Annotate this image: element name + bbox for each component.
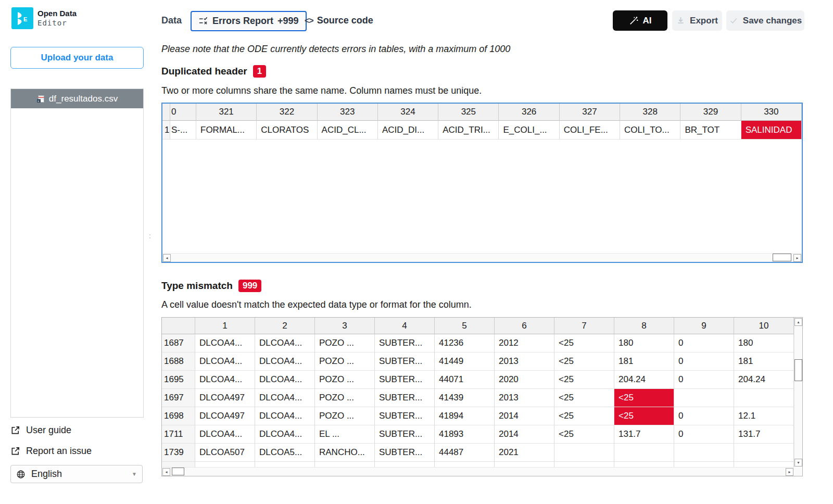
- grid-cell[interactable]: 41893: [435, 425, 495, 444]
- column-header[interactable]: 5: [435, 318, 495, 334]
- grid-cell[interactable]: DLCOA4...: [255, 352, 315, 371]
- grid-cell[interactable]: 41236: [435, 334, 495, 352]
- horizontal-scrollbar[interactable]: [162, 467, 794, 476]
- grid-cell[interactable]: [674, 444, 734, 462]
- horizontal-scrollbar[interactable]: [162, 253, 802, 262]
- save-changes-button[interactable]: Save changes: [726, 10, 804, 31]
- grid-cell[interactable]: DLCOA4...: [195, 352, 255, 371]
- upload-data-button[interactable]: Upload your data: [10, 47, 144, 69]
- row-number[interactable]: 1698: [162, 407, 195, 425]
- grid-cell[interactable]: <25: [554, 371, 614, 389]
- grid-cell[interactable]: COLI_TO...: [620, 121, 680, 140]
- grid-cell[interactable]: [734, 444, 794, 462]
- column-header[interactable]: 324: [378, 104, 438, 121]
- grid-cell[interactable]: DLCOA4...: [255, 371, 315, 389]
- error-cell[interactable]: <25: [614, 389, 674, 407]
- grid-cell[interactable]: 12.1: [734, 407, 794, 425]
- column-header[interactable]: 327: [560, 104, 620, 121]
- column-header[interactable]: 329: [680, 104, 741, 121]
- grid-cell[interactable]: CLORATOS: [257, 121, 317, 140]
- grid-cell[interactable]: 204.24: [734, 371, 794, 389]
- grid-cell[interactable]: 44487: [435, 444, 495, 462]
- grid-cell[interactable]: POZO ...: [315, 371, 375, 389]
- row-number[interactable]: 1711: [162, 425, 195, 444]
- row-number[interactable]: 1739: [162, 444, 195, 462]
- grid-cell[interactable]: 41894: [435, 407, 495, 425]
- grid-cell[interactable]: 131.7: [734, 425, 794, 444]
- grid-cell[interactable]: SUBTER...: [375, 371, 435, 389]
- column-header[interactable]: 4: [375, 318, 435, 334]
- grid-cell[interactable]: DLCOA4...: [255, 389, 315, 407]
- column-header[interactable]: 326: [499, 104, 559, 121]
- grid-cell[interactable]: [734, 389, 794, 407]
- file-item-selected[interactable]: x df_resultados.csv: [11, 89, 143, 108]
- column-header[interactable]: 0: [170, 104, 196, 121]
- grid-cell[interactable]: 2012: [495, 334, 554, 352]
- grid-cell[interactable]: <25: [554, 352, 614, 371]
- column-header[interactable]: 321: [196, 104, 257, 121]
- column-header[interactable]: 1: [195, 318, 255, 334]
- export-button[interactable]: Export: [672, 10, 722, 31]
- grid-cell[interactable]: 2013: [495, 389, 554, 407]
- grid-cell[interactable]: 0: [674, 352, 734, 371]
- grid-cell[interactable]: POZO ...: [315, 389, 375, 407]
- grid-cell[interactable]: [614, 444, 674, 462]
- grid-cell[interactable]: ACID_DI...: [378, 121, 438, 140]
- grid-cell[interactable]: POZO ...: [315, 352, 375, 371]
- grid-cell[interactable]: FORMAL...: [196, 121, 257, 140]
- grid-cell[interactable]: BR_TOT: [680, 121, 741, 140]
- grid-cell[interactable]: 0: [674, 334, 734, 352]
- grid-cell[interactable]: 0: [674, 371, 734, 389]
- error-cell[interactable]: SALINIDAD: [741, 121, 802, 140]
- grid-cell[interactable]: 41439: [435, 389, 495, 407]
- column-header[interactable]: 330: [741, 104, 802, 121]
- grid-cell[interactable]: <25: [554, 334, 614, 352]
- row-number[interactable]: 1687: [162, 334, 195, 352]
- grid-cell[interactable]: DLCOA4...: [255, 425, 315, 444]
- scrollbar-thumb[interactable]: [794, 359, 802, 381]
- column-header[interactable]: 8: [614, 318, 674, 334]
- scroll-left-arrow[interactable]: [163, 254, 171, 262]
- grid-cell[interactable]: RANCHO...: [315, 444, 375, 462]
- grid-cell[interactable]: POZO ...: [315, 407, 375, 425]
- grid-cell[interactable]: SUBTER...: [375, 334, 435, 352]
- grid-cell[interactable]: DLCOA4...: [195, 425, 255, 444]
- scrollbar-thumb[interactable]: [773, 254, 791, 261]
- grid-cell[interactable]: 2020: [495, 371, 554, 389]
- language-select[interactable]: English ▼: [10, 465, 143, 483]
- scroll-right-arrow[interactable]: [786, 468, 793, 476]
- grid-cell[interactable]: <25: [554, 389, 614, 407]
- grid-cell[interactable]: 181: [614, 352, 674, 371]
- column-header[interactable]: 323: [318, 104, 378, 121]
- grid-cell[interactable]: DLCOA497: [195, 389, 255, 407]
- column-header[interactable]: 3: [315, 318, 375, 334]
- row-number[interactable]: 1695: [162, 371, 195, 389]
- user-guide-link[interactable]: User guide: [10, 425, 71, 436]
- report-issue-link[interactable]: Report an issue: [10, 446, 92, 457]
- grid-cell[interactable]: 181: [734, 352, 794, 371]
- grid-cell[interactable]: 2014: [495, 407, 554, 425]
- grid-cell[interactable]: ACID_CL...: [318, 121, 378, 140]
- column-header[interactable]: 322: [257, 104, 317, 121]
- scrollbar-thumb[interactable]: [172, 468, 184, 475]
- grid-cell[interactable]: [674, 389, 734, 407]
- grid-cell[interactable]: DLCOA4...: [255, 407, 315, 425]
- sidebar-resize-handle[interactable]: [148, 233, 152, 248]
- grid-cell[interactable]: 2013: [495, 352, 554, 371]
- grid-cell[interactable]: [554, 444, 614, 462]
- ai-button[interactable]: AI: [613, 10, 667, 31]
- column-header[interactable]: 9: [674, 318, 734, 334]
- row-number[interactable]: 1697: [162, 389, 195, 407]
- tab-data[interactable]: Data: [161, 15, 182, 26]
- grid-cell[interactable]: EL ...: [315, 425, 375, 444]
- grid-cell[interactable]: 44071: [435, 371, 495, 389]
- column-header[interactable]: 7: [554, 318, 614, 334]
- grid-cell[interactable]: 204.24: [614, 371, 674, 389]
- grid-cell[interactable]: POZO ...: [315, 334, 375, 352]
- tab-errors-report[interactable]: Errors Report +999: [191, 11, 307, 31]
- grid-cell[interactable]: SUBTER...: [375, 444, 435, 462]
- grid-cell[interactable]: S-...: [170, 121, 196, 140]
- column-header[interactable]: 10: [734, 318, 794, 334]
- column-header[interactable]: 2: [255, 318, 315, 334]
- grid-cell[interactable]: 180: [734, 334, 794, 352]
